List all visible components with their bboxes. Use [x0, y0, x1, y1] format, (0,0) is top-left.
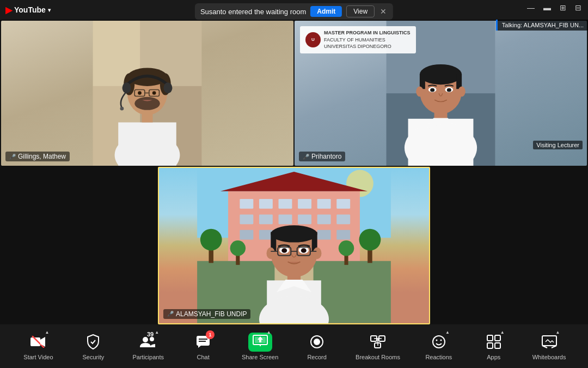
whiteboards-label: Whiteboards: [532, 354, 566, 360]
svg-point-85: [143, 337, 148, 342]
security-button[interactable]: Security: [77, 332, 109, 360]
undip-logo: U: [305, 32, 321, 47]
svg-point-71: [266, 248, 275, 259]
svg-rect-48: [317, 215, 331, 225]
share-screen-chevron: ▲: [267, 330, 271, 335]
svg-point-76: [301, 249, 307, 254]
institution-text: MASTER PROGRAM IN LINGUISTICS FACULTY OF…: [324, 29, 411, 50]
svg-rect-38: [240, 199, 253, 209]
whiteboards-button[interactable]: ▲ Whiteboards: [532, 332, 566, 360]
view-button[interactable]: View: [346, 5, 375, 17]
toolbar: ▲ Start Video Security ▲ 39 Participants: [0, 324, 588, 368]
svg-point-18: [134, 97, 160, 110]
svg-point-61: [230, 240, 246, 256]
share-screen-button[interactable]: ▲ Share Screen: [242, 332, 278, 360]
start-video-chevron: ▲: [45, 330, 50, 335]
video-tile-prihantoro[interactable]: U MASTER PROGRAM IN LINGUISTICS FACULTY …: [295, 21, 587, 166]
breakout-rooms-label: Breakout Rooms: [356, 354, 400, 360]
institution-overlay: U MASTER PROGRAM IN LINGUISTICS FACULTY …: [300, 26, 416, 53]
dropdown-chevron: ▾: [48, 7, 51, 13]
video-area: 🎤 Gillings, Mathew: [0, 20, 588, 324]
svg-rect-44: [240, 215, 253, 225]
svg-point-33: [447, 88, 451, 92]
record-label: Record: [307, 354, 326, 360]
minimize-button[interactable]: —: [525, 2, 537, 13]
svg-marker-88: [198, 346, 201, 348]
svg-rect-109: [487, 343, 493, 348]
reactions-button[interactable]: ▲ Reactions: [422, 332, 455, 360]
svg-rect-4: [118, 122, 176, 166]
chat-label: Chat: [197, 354, 209, 360]
svg-rect-39: [259, 199, 273, 209]
restore-button[interactable]: ▬: [541, 2, 553, 13]
close-notification-button[interactable]: ✕: [379, 7, 388, 16]
svg-point-28: [416, 87, 423, 97]
svg-point-68: [271, 226, 317, 243]
svg-point-72: [313, 248, 322, 259]
svg-point-15: [120, 107, 124, 111]
alamsyah-mic-icon: 🎤: [167, 311, 174, 317]
reactions-label: Reactions: [425, 354, 452, 360]
prihantoro-name: Prihantoro: [311, 153, 341, 160]
reactions-icon: ▲: [429, 332, 449, 352]
waiting-room-notification: Susanto entered the waiting room Admit V…: [195, 3, 393, 20]
breakout-rooms-button[interactable]: Breakout Rooms: [356, 332, 400, 360]
svg-rect-53: [336, 230, 350, 240]
svg-point-14: [163, 82, 172, 93]
youtube-label[interactable]: ▶ YouTube ▾: [5, 5, 51, 15]
svg-rect-45: [259, 215, 273, 225]
svg-rect-47: [298, 215, 311, 225]
svg-point-16: [138, 91, 142, 95]
svg-rect-51: [259, 230, 273, 240]
maximize-button[interactable]: ⊟: [573, 2, 584, 13]
participants-icon: ▲ 39: [138, 332, 158, 352]
svg-point-29: [458, 87, 465, 97]
svg-rect-49: [336, 215, 350, 225]
security-label: Security: [82, 354, 104, 360]
participants-button[interactable]: ▲ 39 Participants: [132, 332, 164, 360]
video-tile-gillings[interactable]: 🎤 Gillings, Mathew: [1, 21, 293, 166]
chat-icon: ▲ 1: [193, 332, 213, 352]
svg-rect-107: [487, 335, 493, 341]
start-video-label: Start Video: [23, 354, 53, 360]
svg-rect-52: [317, 230, 331, 240]
prihantoro-name-label: 🎤 Prihantoro: [299, 152, 345, 161]
gillings-mic-icon: 🎤: [9, 154, 16, 160]
admit-button[interactable]: Admit: [310, 6, 342, 17]
start-video-button[interactable]: ▲ Start Video: [22, 332, 54, 360]
record-button[interactable]: Record: [301, 332, 333, 360]
svg-point-75: [281, 249, 287, 254]
svg-point-106: [440, 340, 442, 341]
svg-point-104: [433, 336, 445, 348]
video-tile-alamsyah[interactable]: 🎤 ALAMSYAH_FIB UNDIP: [158, 167, 430, 324]
grid-button[interactable]: ⊞: [558, 2, 568, 13]
whiteboards-chevron: ▲: [556, 330, 560, 335]
apps-chevron: ▲: [500, 330, 505, 335]
apps-button[interactable]: ▲ Apps: [477, 332, 510, 360]
chat-button[interactable]: ▲ 1 Chat: [187, 332, 219, 360]
share-screen-icon: ▲: [250, 332, 270, 352]
record-icon: [307, 332, 327, 352]
svg-point-57: [200, 229, 222, 251]
svg-rect-42: [317, 199, 331, 209]
whiteboards-icon: ▲: [540, 332, 559, 352]
svg-rect-43: [336, 199, 350, 209]
share-screen-label: Share Screen: [242, 354, 278, 360]
participants-label: Participants: [132, 354, 163, 360]
svg-point-97: [314, 339, 320, 345]
svg-rect-108: [495, 335, 500, 341]
gillings-person-svg: [1, 21, 293, 166]
svg-rect-41: [298, 199, 311, 209]
svg-point-17: [152, 91, 156, 95]
svg-point-105: [436, 340, 437, 341]
svg-rect-40: [279, 199, 292, 209]
prihantoro-mic-icon: 🎤: [303, 154, 309, 160]
svg-rect-46: [279, 215, 292, 225]
svg-point-59: [359, 229, 381, 251]
chat-badge: 1: [206, 330, 215, 339]
svg-rect-50: [240, 230, 253, 240]
svg-point-32: [430, 88, 434, 92]
security-icon: [83, 332, 103, 352]
waiting-room-message: Susanto entered the waiting room: [200, 8, 306, 16]
gillings-video-bg: [1, 21, 293, 166]
